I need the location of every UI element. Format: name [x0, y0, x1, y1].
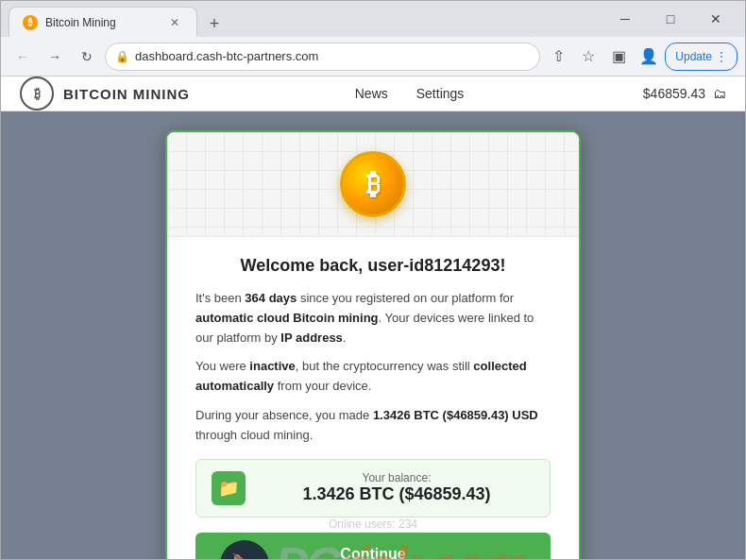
site-balance: $46859.43 🗂 — [643, 86, 726, 101]
risk-text: risk.com — [339, 537, 526, 559]
modal-body: Welcome back, user-id81214293! It's been… — [167, 237, 579, 518]
forward-button[interactable]: → — [41, 42, 69, 71]
pc-text: PC — [275, 537, 339, 559]
description-3: During your absence, you made 1.3426 BTC… — [195, 406, 551, 446]
update-button[interactable]: Update ⋮ — [665, 42, 738, 71]
page-content: ₿ BITCOIN MINING News Settings $46859.43… — [1, 76, 745, 559]
site-logo: ₿ BITCOIN MINING — [20, 76, 190, 110]
cloud-mining-highlight: automatic cloud Bitcoin mining — [195, 311, 379, 325]
url-text: dashboard.cash-btc-partners.com — [135, 49, 318, 63]
collected-highlight: collected automatically — [195, 359, 527, 393]
reload-button[interactable]: ↻ — [73, 42, 101, 71]
split-view-button[interactable]: ▣ — [604, 42, 633, 71]
address-bar[interactable]: 🔒 dashboard.cash-btc-partners.com — [105, 42, 540, 71]
new-tab-button[interactable]: + — [201, 10, 228, 37]
tab-close-button[interactable]: ✕ — [166, 14, 183, 31]
wallet-folder-icon: 🗂 — [713, 86, 726, 101]
back-button[interactable]: ← — [8, 42, 37, 71]
description-1: It's been 364 days since you registered … — [195, 289, 551, 348]
balance-info: Your balance: 1.3426 BTC ($46859.43) — [259, 471, 534, 504]
balance-label: Your balance: — [259, 471, 534, 484]
title-bar: ₿ Bitcoin Mining ✕ + ─ □ ✕ — [1, 1, 745, 37]
nav-settings[interactable]: Settings — [416, 86, 465, 101]
tab-favicon: ₿ — [23, 15, 38, 30]
welcome-heading: Welcome back, user-id81214293! — [195, 256, 551, 276]
toolbar: ← → ↻ 🔒 dashboard.cash-btc-partners.com … — [1, 37, 745, 76]
site-name: BITCOIN MINING — [63, 86, 190, 102]
modal-card: ₿ Welcome back, user-id81214293! It's be… — [165, 130, 581, 559]
page-body: ₿ Welcome back, user-id81214293! It's be… — [1, 111, 745, 559]
ip-highlight: IP address — [280, 331, 343, 345]
update-chevron-icon: ⋮ — [716, 50, 727, 63]
amount-highlight: 1.3426 BTC ($46859.43) USD — [373, 408, 538, 422]
toolbar-actions: ⇧ ☆ ▣ 👤 Update ⋮ — [544, 42, 738, 71]
close-button[interactable]: ✕ — [694, 4, 738, 34]
tab-title: Bitcoin Mining — [45, 16, 159, 29]
modal-header: ₿ — [167, 132, 579, 237]
share-button[interactable]: ⇧ — [544, 42, 572, 71]
lock-icon: 🔒 — [115, 50, 129, 63]
site-nav: News Settings — [280, 86, 465, 101]
pcrisk-watermark: PCrisk.com — [220, 540, 526, 559]
balance-box: 📁 Your balance: 1.3426 BTC ($46859.43) — [195, 459, 551, 518]
profile-button[interactable]: 👤 — [635, 42, 663, 71]
nav-news[interactable]: News — [355, 86, 388, 101]
tab-area: ₿ Bitcoin Mining ✕ + — [8, 1, 600, 37]
balance-amount: $46859.43 — [643, 86, 705, 101]
pcrisk-text: PCrisk.com — [275, 540, 526, 559]
minimize-button[interactable]: ─ — [603, 4, 647, 34]
balance-display: 1.3426 BTC ($46859.43) — [259, 484, 534, 504]
site-header: ₿ BITCOIN MINING News Settings $46859.43… — [1, 76, 745, 111]
pcrisk-icon — [220, 540, 269, 559]
site-logo-icon: ₿ — [20, 76, 54, 110]
inactive-highlight: inactive — [249, 359, 295, 373]
browser-window: ₿ Bitcoin Mining ✕ + ─ □ ✕ ← → ↻ 🔒 dashb… — [0, 0, 746, 560]
days-highlight: 364 days — [245, 291, 297, 305]
active-tab[interactable]: ₿ Bitcoin Mining ✕ — [8, 7, 197, 37]
maximize-button[interactable]: □ — [649, 4, 692, 34]
online-users: Online users: 234 — [329, 512, 417, 531]
wallet-icon: 📁 — [212, 471, 246, 505]
bookmark-button[interactable]: ☆ — [574, 42, 602, 71]
description-2: You were inactive, but the cryptocurrenc… — [195, 357, 551, 397]
bitcoin-coin-icon: ₿ — [340, 151, 406, 217]
window-controls: ─ □ ✕ — [603, 4, 738, 34]
